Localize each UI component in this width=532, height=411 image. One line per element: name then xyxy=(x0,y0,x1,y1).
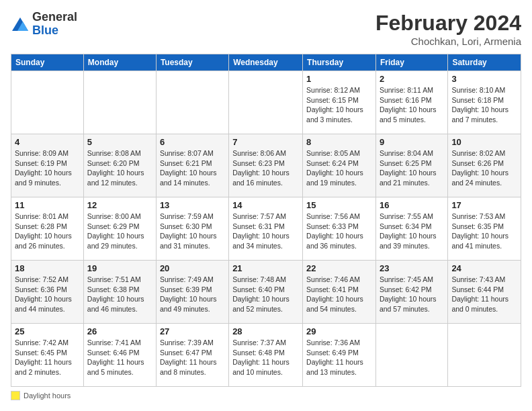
day-number: 7 xyxy=(232,137,299,147)
calendar-cell: 18Sunrise: 7:52 AM Sunset: 6:36 PM Dayli… xyxy=(11,261,84,324)
day-number: 18 xyxy=(15,263,80,273)
page: General Blue February 2024 Chochkan, Lor… xyxy=(0,0,532,411)
calendar-cell: 20Sunrise: 7:49 AM Sunset: 6:39 PM Dayli… xyxy=(156,261,228,324)
day-detail: Sunrise: 8:08 AM Sunset: 6:20 PM Dayligh… xyxy=(87,148,152,188)
day-detail: Sunrise: 8:07 AM Sunset: 6:21 PM Dayligh… xyxy=(160,148,225,188)
calendar-cell: 14Sunrise: 7:57 AM Sunset: 6:31 PM Dayli… xyxy=(229,197,303,261)
day-detail: Sunrise: 8:04 AM Sunset: 6:25 PM Dayligh… xyxy=(380,148,444,188)
day-number: 3 xyxy=(451,74,517,84)
header: General Blue February 2024 Chochkan, Lor… xyxy=(11,11,521,47)
calendar-cell: 22Sunrise: 7:46 AM Sunset: 6:41 PM Dayli… xyxy=(303,261,376,324)
day-number: 15 xyxy=(306,200,372,210)
week-row-5: 25Sunrise: 7:42 AM Sunset: 6:45 PM Dayli… xyxy=(11,324,521,387)
day-detail: Sunrise: 7:46 AM Sunset: 6:41 PM Dayligh… xyxy=(306,275,372,314)
day-number: 29 xyxy=(306,326,372,336)
day-number: 10 xyxy=(451,137,517,147)
day-detail: Sunrise: 8:00 AM Sunset: 6:29 PM Dayligh… xyxy=(87,212,152,251)
day-detail: Sunrise: 7:51 AM Sunset: 6:38 PM Dayligh… xyxy=(87,275,152,314)
calendar-cell: 24Sunrise: 7:43 AM Sunset: 6:44 PM Dayli… xyxy=(448,261,521,324)
day-number: 5 xyxy=(87,137,152,147)
day-detail: Sunrise: 7:36 AM Sunset: 6:49 PM Dayligh… xyxy=(306,338,372,377)
calendar-cell: 17Sunrise: 7:53 AM Sunset: 6:35 PM Dayli… xyxy=(448,197,521,261)
col-friday: Friday xyxy=(375,54,447,71)
calendar-cell: 12Sunrise: 8:00 AM Sunset: 6:29 PM Dayli… xyxy=(83,197,156,261)
legend: Daylight hours xyxy=(11,391,521,400)
calendar-cell: 6Sunrise: 8:07 AM Sunset: 6:21 PM Daylig… xyxy=(156,134,228,197)
location: Chochkan, Lori, Armenia xyxy=(375,36,521,47)
calendar-cell: 8Sunrise: 8:05 AM Sunset: 6:24 PM Daylig… xyxy=(303,134,376,197)
logo: General Blue xyxy=(11,11,77,38)
calendar-cell: 23Sunrise: 7:45 AM Sunset: 6:42 PM Dayli… xyxy=(375,261,447,324)
calendar-cell xyxy=(375,324,447,387)
month-year: February 2024 xyxy=(375,11,521,36)
calendar-cell: 15Sunrise: 7:56 AM Sunset: 6:33 PM Dayli… xyxy=(303,197,376,261)
day-detail: Sunrise: 7:57 AM Sunset: 6:31 PM Dayligh… xyxy=(232,212,299,251)
day-number: 23 xyxy=(380,263,444,273)
legend-label: Daylight hours xyxy=(24,392,71,400)
logo-icon xyxy=(11,15,30,34)
calendar-table: Sunday Monday Tuesday Wednesday Thursday… xyxy=(11,54,521,387)
day-detail: Sunrise: 7:56 AM Sunset: 6:33 PM Dayligh… xyxy=(306,212,372,251)
day-number: 9 xyxy=(380,137,444,147)
day-detail: Sunrise: 7:55 AM Sunset: 6:34 PM Dayligh… xyxy=(380,212,444,251)
week-row-4: 18Sunrise: 7:52 AM Sunset: 6:36 PM Dayli… xyxy=(11,261,521,324)
day-detail: Sunrise: 8:06 AM Sunset: 6:23 PM Dayligh… xyxy=(232,148,299,188)
week-row-2: 4Sunrise: 8:09 AM Sunset: 6:19 PM Daylig… xyxy=(11,134,521,197)
logo-blue-label: Blue xyxy=(32,24,77,38)
day-detail: Sunrise: 7:59 AM Sunset: 6:30 PM Dayligh… xyxy=(160,212,225,251)
week-row-1: 1Sunrise: 8:12 AM Sunset: 6:15 PM Daylig… xyxy=(11,71,521,134)
day-number: 1 xyxy=(306,74,372,84)
calendar-cell: 29Sunrise: 7:36 AM Sunset: 6:49 PM Dayli… xyxy=(303,324,376,387)
day-detail: Sunrise: 7:37 AM Sunset: 6:48 PM Dayligh… xyxy=(232,338,299,377)
calendar-cell xyxy=(229,71,303,134)
day-detail: Sunrise: 7:42 AM Sunset: 6:45 PM Dayligh… xyxy=(15,338,80,377)
calendar-cell: 27Sunrise: 7:39 AM Sunset: 6:47 PM Dayli… xyxy=(156,324,228,387)
title-block: February 2024 Chochkan, Lori, Armenia xyxy=(375,11,521,47)
day-detail: Sunrise: 8:02 AM Sunset: 6:26 PM Dayligh… xyxy=(451,148,517,188)
day-number: 21 xyxy=(232,263,299,273)
calendar-cell xyxy=(448,324,521,387)
day-detail: Sunrise: 7:41 AM Sunset: 6:46 PM Dayligh… xyxy=(87,338,152,377)
logo-text: General Blue xyxy=(32,11,77,38)
calendar-header-row: Sunday Monday Tuesday Wednesday Thursday… xyxy=(11,54,521,71)
day-number: 20 xyxy=(160,263,225,273)
calendar-cell: 7Sunrise: 8:06 AM Sunset: 6:23 PM Daylig… xyxy=(229,134,303,197)
calendar-cell: 1Sunrise: 8:12 AM Sunset: 6:15 PM Daylig… xyxy=(303,71,376,134)
calendar-cell: 16Sunrise: 7:55 AM Sunset: 6:34 PM Dayli… xyxy=(375,197,447,261)
calendar-cell: 25Sunrise: 7:42 AM Sunset: 6:45 PM Dayli… xyxy=(11,324,84,387)
col-saturday: Saturday xyxy=(448,54,521,71)
calendar-cell: 19Sunrise: 7:51 AM Sunset: 6:38 PM Dayli… xyxy=(83,261,156,324)
day-number: 19 xyxy=(87,263,152,273)
day-detail: Sunrise: 7:49 AM Sunset: 6:39 PM Dayligh… xyxy=(160,275,225,314)
calendar-cell: 28Sunrise: 7:37 AM Sunset: 6:48 PM Dayli… xyxy=(229,324,303,387)
day-detail: Sunrise: 8:10 AM Sunset: 6:18 PM Dayligh… xyxy=(451,85,517,125)
day-number: 22 xyxy=(306,263,372,273)
day-number: 24 xyxy=(451,263,517,273)
calendar-cell: 3Sunrise: 8:10 AM Sunset: 6:18 PM Daylig… xyxy=(448,71,521,134)
day-detail: Sunrise: 8:11 AM Sunset: 6:16 PM Dayligh… xyxy=(380,85,444,125)
day-detail: Sunrise: 7:43 AM Sunset: 6:44 PM Dayligh… xyxy=(451,275,517,314)
day-number: 6 xyxy=(160,137,225,147)
calendar-cell: 11Sunrise: 8:01 AM Sunset: 6:28 PM Dayli… xyxy=(11,197,84,261)
day-number: 13 xyxy=(160,200,225,210)
calendar-cell: 9Sunrise: 8:04 AM Sunset: 6:25 PM Daylig… xyxy=(375,134,447,197)
calendar-cell xyxy=(156,71,228,134)
day-number: 11 xyxy=(15,200,80,210)
col-wednesday: Wednesday xyxy=(229,54,303,71)
calendar-cell: 10Sunrise: 8:02 AM Sunset: 6:26 PM Dayli… xyxy=(448,134,521,197)
day-number: 25 xyxy=(15,326,80,336)
col-monday: Monday xyxy=(83,54,156,71)
col-thursday: Thursday xyxy=(303,54,376,71)
col-tuesday: Tuesday xyxy=(156,54,228,71)
col-sunday: Sunday xyxy=(11,54,84,71)
day-number: 12 xyxy=(87,200,152,210)
day-detail: Sunrise: 7:53 AM Sunset: 6:35 PM Dayligh… xyxy=(451,212,517,251)
day-number: 28 xyxy=(232,326,299,336)
day-detail: Sunrise: 7:45 AM Sunset: 6:42 PM Dayligh… xyxy=(380,275,444,314)
legend-box xyxy=(11,391,20,400)
day-number: 14 xyxy=(232,200,299,210)
day-number: 4 xyxy=(15,137,80,147)
logo-general-label: General xyxy=(32,11,77,24)
day-detail: Sunrise: 7:48 AM Sunset: 6:40 PM Dayligh… xyxy=(232,275,299,314)
calendar-cell: 21Sunrise: 7:48 AM Sunset: 6:40 PM Dayli… xyxy=(229,261,303,324)
